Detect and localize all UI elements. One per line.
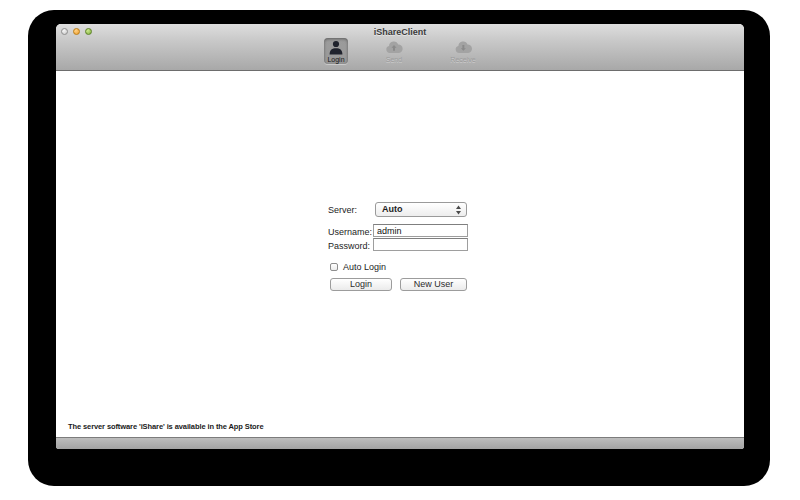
titlebar-toolbar: iShareClient Login Send Receive [56,24,744,71]
toolbar-item-receive[interactable]: Receive [447,38,478,64]
app-window: iShareClient Login Send Receive Server: [56,24,744,449]
password-label: Password: [328,241,370,251]
login-button[interactable]: Login [330,278,392,291]
toolbar-item-login[interactable]: Login [324,38,348,64]
bottom-status-bar [56,437,744,449]
server-label: Server: [328,205,357,215]
server-popup[interactable]: Auto [375,202,467,217]
new-user-button[interactable]: New User [400,278,467,291]
toolbar-label-login: Login [327,56,344,63]
auto-login-checkbox[interactable] [330,263,338,271]
window-title: iShareClient [56,27,744,37]
status-text: The server software 'iShare' is availabl… [68,422,263,431]
cloud-upload-icon [385,40,403,55]
user-icon [327,40,345,55]
username-label: Username: [328,227,372,237]
toolbar-label-send: Send [386,56,402,63]
content-area [56,71,744,437]
username-input[interactable] [373,224,468,237]
server-popup-value: Auto [382,204,403,214]
cloud-download-icon [454,40,472,55]
password-input[interactable] [373,238,468,251]
auto-login-label: Auto Login [343,262,386,272]
toolbar-item-send[interactable]: Send [382,38,406,64]
toolbar-label-receive: Receive [450,56,475,63]
popup-stepper-icon [455,205,462,215]
